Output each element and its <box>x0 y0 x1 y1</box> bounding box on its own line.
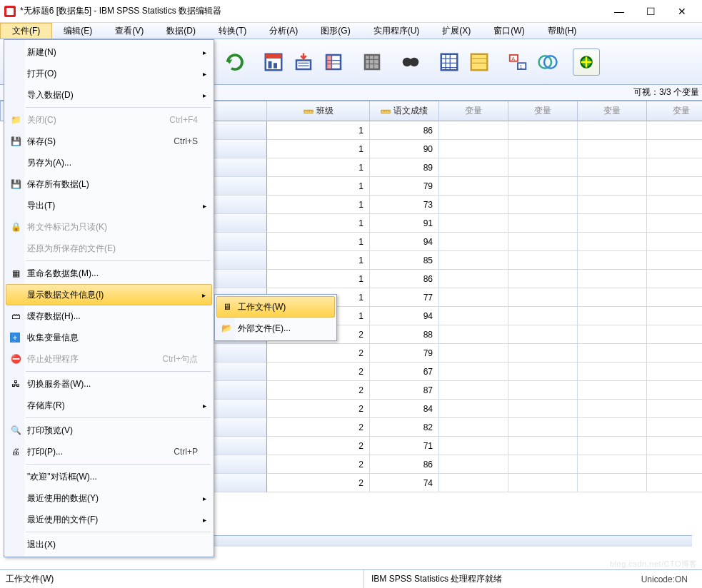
cell[interactable]: 86 <box>370 121 439 140</box>
show-all-button[interactable] <box>573 49 600 76</box>
cell-empty[interactable] <box>508 325 578 344</box>
cell-empty[interactable] <box>647 344 702 363</box>
cell-empty[interactable] <box>439 196 508 214</box>
cell-empty[interactable] <box>578 121 647 140</box>
menu-save[interactable]: 💾保存(S)Ctrl+S <box>6 131 212 152</box>
cell-empty[interactable] <box>508 196 578 214</box>
cell-empty[interactable] <box>578 381 647 400</box>
row-header[interactable] <box>214 381 267 400</box>
menu-show-file-info[interactable]: 显示数据文件信息(I)▸ <box>6 284 212 305</box>
cell-empty[interactable] <box>647 270 702 288</box>
cell[interactable]: 1 <box>267 121 370 140</box>
row-header[interactable] <box>214 214 267 233</box>
cell-empty[interactable] <box>439 214 508 233</box>
cell-empty[interactable] <box>647 363 702 381</box>
cell[interactable]: 89 <box>370 158 439 177</box>
cell-empty[interactable] <box>508 158 578 177</box>
cell-empty[interactable] <box>508 381 578 400</box>
cell-empty[interactable] <box>439 381 508 400</box>
row-header[interactable] <box>214 418 267 437</box>
cell-empty[interactable] <box>578 270 647 288</box>
cell-empty[interactable] <box>508 288 578 307</box>
row-header[interactable] <box>214 344 267 363</box>
cell-empty[interactable] <box>647 251 702 270</box>
cell-empty[interactable] <box>647 177 702 196</box>
menu-open[interactable]: 打开(O)▸ <box>6 63 212 84</box>
menu-switch-server[interactable]: 🖧切换服务器(W)... <box>6 373 212 395</box>
cell[interactable]: 2 <box>267 344 370 363</box>
cell[interactable]: 77 <box>370 288 439 307</box>
cell[interactable]: 2 <box>267 418 370 437</box>
cell-empty[interactable] <box>508 307 578 325</box>
menu-window[interactable]: 窗口(W) <box>482 23 536 39</box>
menu-collect-vars[interactable]: +收集变量信息 <box>6 327 212 348</box>
cell[interactable]: 86 <box>370 455 439 474</box>
cell-empty[interactable] <box>508 214 578 233</box>
menu-graphs[interactable]: 图形(G) <box>309 23 361 39</box>
menu-exit[interactable]: 退出(X) <box>6 534 212 555</box>
goto-variable-button[interactable] <box>320 49 347 76</box>
col-header-empty[interactable]: 变量 <box>508 101 578 121</box>
menu-recent-data[interactable]: 最近使用的数据(Y)▸ <box>6 487 212 509</box>
col-header-2[interactable]: 语文成绩 <box>370 101 439 121</box>
cell-empty[interactable] <box>647 233 702 251</box>
cell-empty[interactable] <box>578 288 647 307</box>
submenu-working-file[interactable]: 🖥工作文件(W) <box>216 296 335 318</box>
value-labels-button[interactable]: A1 <box>504 49 531 76</box>
cell-empty[interactable] <box>647 381 702 400</box>
cell[interactable]: 85 <box>370 251 439 270</box>
menu-saveall[interactable]: 💾保存所有数据(L) <box>6 173 212 195</box>
cell-empty[interactable] <box>647 158 702 177</box>
cell-empty[interactable] <box>508 251 578 270</box>
cell-empty[interactable] <box>647 196 702 214</box>
menu-file[interactable]: 文件(F) <box>0 23 52 39</box>
cell-empty[interactable] <box>508 400 578 418</box>
menu-export[interactable]: 导出(T)▸ <box>6 195 212 216</box>
menu-view[interactable]: 查看(V) <box>104 23 155 39</box>
cell-empty[interactable] <box>578 251 647 270</box>
row-header[interactable] <box>214 158 267 177</box>
cell-empty[interactable] <box>439 270 508 288</box>
cell-empty[interactable] <box>439 251 508 270</box>
cell[interactable]: 1 <box>267 270 370 288</box>
menu-edit[interactable]: 编辑(E) <box>52 23 104 39</box>
cell-empty[interactable] <box>508 344 578 363</box>
menu-utilities[interactable]: 实用程序(U) <box>362 23 431 39</box>
row-header[interactable] <box>214 363 267 381</box>
cell-empty[interactable] <box>508 455 578 474</box>
cell-empty[interactable] <box>647 307 702 325</box>
variables-button[interactable] <box>358 49 386 76</box>
report-button[interactable] <box>260 49 287 76</box>
cell-empty[interactable] <box>647 418 702 437</box>
menu-saveas[interactable]: 另存为(A)... <box>6 152 212 173</box>
menu-data[interactable]: 数据(D) <box>155 23 207 39</box>
row-header[interactable] <box>214 270 267 288</box>
col-header-empty[interactable]: 变量 <box>647 101 702 121</box>
cell-empty[interactable] <box>647 400 702 418</box>
cell[interactable]: 94 <box>370 233 439 251</box>
row-header[interactable] <box>214 455 267 474</box>
cell-empty[interactable] <box>439 400 508 418</box>
cell[interactable]: 79 <box>370 177 439 196</box>
cell-empty[interactable] <box>578 307 647 325</box>
cell[interactable]: 1 <box>267 158 370 177</box>
cell[interactable]: 91 <box>370 214 439 233</box>
cell[interactable]: 73 <box>370 196 439 214</box>
cell-empty[interactable] <box>439 418 508 437</box>
minimize-button[interactable]: — <box>603 1 635 21</box>
cell[interactable]: 94 <box>370 307 439 325</box>
cell-empty[interactable] <box>647 474 702 492</box>
row-header[interactable] <box>214 400 267 418</box>
cell[interactable]: 2 <box>267 381 370 400</box>
menu-repository[interactable]: 存储库(R)▸ <box>6 395 212 416</box>
cell[interactable]: 1 <box>267 177 370 196</box>
cell-empty[interactable] <box>578 418 647 437</box>
cell-empty[interactable] <box>647 437 702 455</box>
menu-help[interactable]: 帮助(H) <box>536 23 588 39</box>
cell-empty[interactable] <box>508 437 578 455</box>
cell[interactable]: 1 <box>267 214 370 233</box>
cell-empty[interactable] <box>647 325 702 344</box>
cell-empty[interactable] <box>647 140 702 158</box>
row-header[interactable] <box>214 474 267 492</box>
cell[interactable]: 79 <box>370 344 439 363</box>
